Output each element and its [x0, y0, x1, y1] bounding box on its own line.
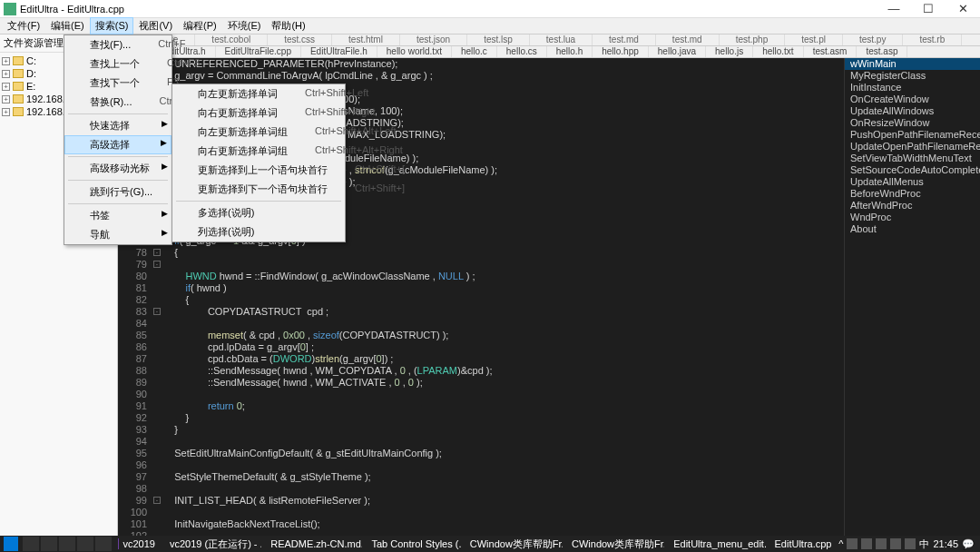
- fold-marker[interactable]: -: [153, 497, 161, 504]
- symbol-item[interactable]: MyRegisterClass: [845, 70, 980, 82]
- expand-icon[interactable]: +: [2, 108, 10, 116]
- ext-tab[interactable]: test.php: [720, 34, 786, 45]
- menu-item[interactable]: 查找下一个F3: [64, 74, 172, 93]
- menu-item[interactable]: 高级移动光标▶: [64, 159, 172, 178]
- file-tab[interactable]: test.asp: [857, 46, 907, 57]
- symbol-item[interactable]: UpdateAllMenus: [845, 176, 980, 188]
- tray-up-icon[interactable]: ^: [838, 538, 843, 549]
- ext-tab[interactable]: test.pl: [785, 34, 843, 45]
- ext-tab[interactable]: test.css: [268, 34, 332, 45]
- taskbar-pin[interactable]: [41, 537, 57, 551]
- file-tab[interactable]: hello.hpp: [593, 46, 649, 57]
- code-line[interactable]: g_argv = CommandLineToArgvA( lpCmdLine ,…: [163, 70, 844, 82]
- menu-item[interactable]: 编程(P): [178, 17, 222, 34]
- file-tab[interactable]: EditUltraFile.cpp: [216, 46, 301, 57]
- file-tab[interactable]: hello.txt: [753, 46, 803, 57]
- search-menu-dropdown[interactable]: 查找(F)...Ctrl+F查找上一个Ctrl+F3查找下一个F3替换(R)..…: [64, 34, 172, 245]
- code-line[interactable]: [163, 483, 844, 495]
- file-tab[interactable]: hello.js: [706, 46, 753, 57]
- symbol-item[interactable]: OnResizeWindow: [845, 117, 980, 129]
- file-tab[interactable]: test.asm: [804, 46, 858, 57]
- menu-item[interactable]: 快速选择▶: [64, 116, 172, 135]
- file-tab[interactable]: hello.cs: [497, 46, 547, 57]
- taskbar-item[interactable]: vc2019 (正在运行) - ...: [161, 536, 261, 552]
- menu-item[interactable]: 环境(E): [222, 17, 267, 34]
- taskbar-item[interactable]: README.zh-CN.md...: [261, 536, 362, 552]
- file-tab[interactable]: hello.c: [452, 46, 497, 57]
- menu-item[interactable]: 向右更新选择单词组Ctrl+Shift+Alt+Right: [172, 142, 345, 161]
- menu-item[interactable]: 文件(F): [2, 17, 45, 34]
- expand-icon[interactable]: +: [2, 95, 10, 104]
- code-line[interactable]: {: [163, 294, 844, 306]
- menu-item[interactable]: 列选择(说明): [172, 222, 345, 242]
- menu-item[interactable]: 向右更新选择单词Ctrl+Shift+Right: [172, 104, 345, 123]
- file-tab[interactable]: hello.h: [547, 46, 593, 57]
- symbol-item[interactable]: wWinMain: [845, 58, 980, 70]
- fold-marker[interactable]: -: [153, 261, 161, 268]
- menu-item[interactable]: 高级选择▶: [64, 135, 172, 154]
- taskbar-item[interactable]: CWindow类库帮助Fr...: [563, 536, 664, 552]
- menu-item[interactable]: 视图(V): [133, 17, 178, 34]
- start-button[interactable]: [4, 537, 18, 551]
- ext-tab[interactable]: test.json: [400, 34, 467, 45]
- taskbar-pin[interactable]: [59, 537, 75, 551]
- code-line[interactable]: {: [163, 247, 844, 259]
- menu-item[interactable]: 导航▶: [64, 225, 172, 244]
- menu-item[interactable]: 查找上一个Ctrl+F3: [64, 54, 172, 74]
- menu-item[interactable]: 向左更新选择单词Ctrl+Shift+Left: [172, 84, 345, 104]
- ext-tab[interactable]: test.lsp: [467, 34, 530, 45]
- symbol-item[interactable]: About: [845, 223, 980, 235]
- advanced-select-submenu[interactable]: 向左更新选择单词Ctrl+Shift+Left向右更新选择单词Ctrl+Shif…: [172, 84, 346, 242]
- symbol-item[interactable]: UpdateAllWindows: [845, 105, 980, 117]
- symbol-item[interactable]: AfterWndProc: [845, 200, 980, 212]
- ext-tab[interactable]: test.md: [656, 34, 720, 45]
- ext-tab[interactable]: test.html: [332, 34, 400, 45]
- system-tray[interactable]: ^ 中 21:45 💬: [833, 537, 980, 551]
- fold-marker[interactable]: -: [153, 249, 161, 256]
- code-line[interactable]: [163, 459, 844, 471]
- menu-item[interactable]: 更新选择到下一个语句块首行Ctrl+Shift+]: [172, 180, 345, 199]
- code-line[interactable]: INIT_LIST_HEAD( & listRemoteFileServer )…: [163, 495, 844, 507]
- menu-item[interactable]: 向左更新选择单词组Ctrl+Shift+Alt+Left: [172, 123, 345, 142]
- code-line[interactable]: if( hwnd ): [163, 282, 844, 294]
- taskbar[interactable]: vc2019vc2019 (正在运行) - ...README.zh-CN.md…: [0, 536, 980, 552]
- menu-item[interactable]: 多选择(说明): [172, 203, 345, 222]
- taskbar-pin[interactable]: [23, 537, 39, 551]
- symbol-item[interactable]: SetViewTabWidthMenuText: [845, 153, 980, 164]
- menu-item[interactable]: 更新选择到上一个语句块首行Ctrl+Shift+[: [172, 161, 345, 180]
- symbol-panel[interactable]: wWinMainMyRegisterClassInitInstanceOnCre…: [844, 58, 980, 536]
- fold-marker[interactable]: -: [153, 308, 161, 315]
- menu-item[interactable]: 跳到行号(G)...Ctrl+G: [64, 182, 172, 202]
- file-tab[interactable]: EditUltraFile.h: [301, 46, 377, 57]
- code-line[interactable]: return 0;: [163, 400, 844, 412]
- maximize-button[interactable]: ☐: [915, 2, 942, 15]
- menu-item[interactable]: 搜索(S): [90, 17, 134, 34]
- minimize-button[interactable]: —: [880, 2, 907, 15]
- taskbar-item[interactable]: Tab Control Styles (...: [362, 536, 460, 552]
- code-line[interactable]: [163, 259, 844, 271]
- code-line[interactable]: [163, 507, 844, 518]
- code-line[interactable]: memset( & cpd , 0x00 , sizeof(COPYDATAST…: [163, 330, 844, 341]
- symbol-item[interactable]: BeforeWndProc: [845, 188, 980, 200]
- expand-icon[interactable]: +: [2, 57, 10, 65]
- file-tabstrip[interactable]: .cppEditUltra.hEditUltraFile.cppEditUltr…: [118, 46, 980, 58]
- menu-item[interactable]: 书签▶: [64, 206, 172, 225]
- tray-icon[interactable]: [890, 538, 901, 549]
- notification-icon[interactable]: 💬: [962, 538, 975, 550]
- code-line[interactable]: cpd.cbData = (DWORD)strlen(g_argv[0]) ;: [163, 353, 844, 365]
- code-line[interactable]: UNREFERENCED_PARAMETER(hPrevInstance);: [163, 58, 844, 70]
- code-line[interactable]: SetEditUltraMainConfigDefault( & g_stEdi…: [163, 448, 844, 459]
- tray-icon[interactable]: [847, 538, 858, 549]
- symbol-item[interactable]: PushOpenPathFilenameRecently: [845, 129, 980, 141]
- expand-icon[interactable]: +: [2, 70, 10, 78]
- symbol-item[interactable]: OnCreateWindow: [845, 94, 980, 105]
- menu-item[interactable]: 替换(R)...Ctrl+R/H: [64, 93, 172, 112]
- menu-item[interactable]: 查找(F)...Ctrl+F: [64, 35, 172, 54]
- code-line[interactable]: InitNavigateBackNextTraceList();: [163, 518, 844, 530]
- code-line[interactable]: ::SendMessage( hwnd , WM_COPYDATA , 0 , …: [163, 365, 844, 377]
- taskbar-item[interactable]: EditUltra_menu_edit...: [664, 536, 765, 552]
- tray-icon[interactable]: [876, 538, 887, 549]
- code-line[interactable]: COPYDATASTRUCT cpd ;: [163, 306, 844, 318]
- code-line[interactable]: }: [163, 424, 844, 436]
- tray-lang[interactable]: 中: [919, 537, 929, 551]
